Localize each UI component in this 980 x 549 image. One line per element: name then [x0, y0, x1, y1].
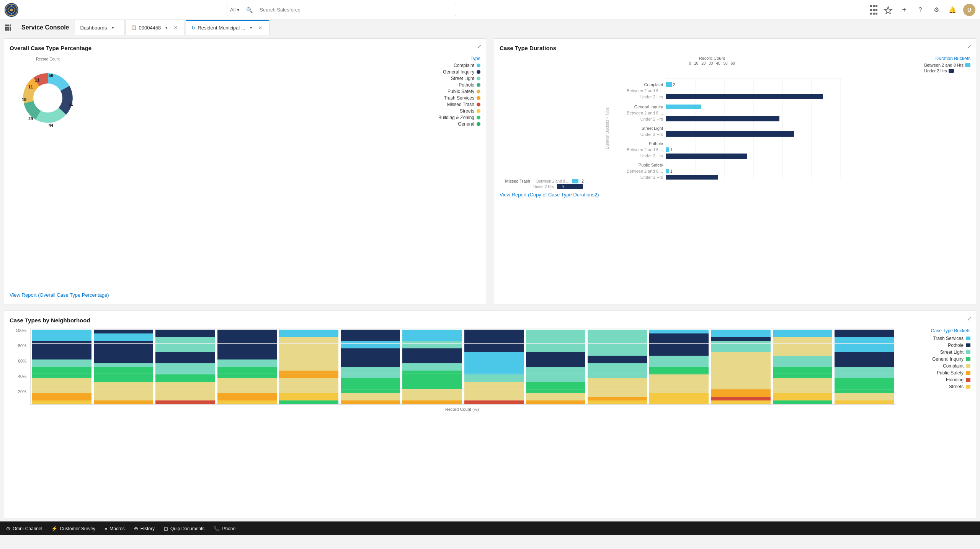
- bar-neighborhood-6: [341, 330, 400, 404]
- neigh-trash-label: Trash Services: [933, 336, 964, 341]
- panel-case-type-durations: Case Type Durations ⤢ Record Count 01020…: [493, 38, 977, 304]
- nav-history[interactable]: ⊕ History: [134, 526, 155, 531]
- legend-missed-trash: Missed Trash: [92, 102, 480, 107]
- tab-dashboards[interactable]: Dashboards ▾: [75, 20, 124, 35]
- customer-survey-label: Customer Survey: [60, 526, 95, 531]
- dashboard-grid: Overall Case Type Percentage ⤢ Record Co…: [0, 35, 980, 521]
- svg-text:Record Count: Record Count: [36, 57, 60, 61]
- legend-building-zoning-dot: [477, 116, 480, 119]
- bar-neighborhood-1: [32, 330, 91, 404]
- nav-quip-documents[interactable]: ◻ Quip Documents: [164, 526, 204, 531]
- omni-channel-icon: ⊙: [6, 526, 10, 531]
- chevron-down-icon: ▾: [237, 7, 240, 13]
- svg-text:11: 11: [35, 78, 39, 82]
- y-axis: 100% 80% 60% 40% 20%: [10, 328, 29, 405]
- expand-neighborhood-icon[interactable]: ⤢: [967, 315, 972, 322]
- settings-icon[interactable]: ⚙: [931, 5, 942, 15]
- expand-icon[interactable]: ⤢: [477, 43, 482, 49]
- record-count-label: Record Count: [689, 56, 735, 60]
- tab-case-00004458[interactable]: 📋 00004458 ▾ ✕: [125, 20, 185, 35]
- tab-case-label: 00004458: [139, 25, 161, 31]
- neigh-pothole-dot: [966, 343, 970, 347]
- svg-rect-12: [10, 27, 11, 29]
- tab-resident-dropdown-icon[interactable]: ▾: [248, 25, 255, 30]
- favorites-icon[interactable]: [883, 5, 893, 15]
- svg-text:12: 12: [702, 105, 707, 109]
- nav-phone[interactable]: 📞 Phone: [214, 526, 235, 531]
- svg-text:Between 2 and 8 ...: Between 2 and 8 ...: [627, 169, 663, 173]
- view-report-durations[interactable]: View Report (Copy of Case Type Durations…: [500, 192, 970, 198]
- svg-text:2: 2: [673, 83, 675, 87]
- overall-case-type-title: Overall Case Type Percentage: [10, 45, 480, 51]
- bar-complaint-between: [666, 82, 672, 87]
- view-report-overall[interactable]: View Report (Overall Case Type Percentag…: [10, 292, 480, 298]
- nav-macros[interactable]: » Macros: [105, 526, 125, 531]
- svg-point-17: [33, 83, 62, 113]
- neigh-trash-dot: [966, 337, 970, 340]
- legend-general: General: [92, 121, 480, 127]
- svg-text:29: 29: [28, 116, 33, 121]
- legend-between-color: [965, 63, 970, 67]
- legend-between-label: Between 2 and 8 Hrs: [924, 63, 964, 67]
- user-avatar[interactable]: U: [963, 4, 975, 16]
- bar-neighborhood-14: [835, 330, 894, 404]
- search-filter-label: All: [230, 7, 235, 13]
- neigh-legend-street-light: Street Light: [902, 350, 970, 355]
- y-40: 40%: [18, 374, 26, 379]
- tab-bar: Service Console Dashboards ▾ 📋 00004458 …: [0, 20, 980, 35]
- legend-public-safety-label: Public Safety: [448, 89, 474, 94]
- bar-sl-under: [666, 131, 794, 137]
- legend-streets: Streets: [92, 108, 480, 114]
- neigh-street-light-dot: [966, 350, 970, 354]
- donut-legend: Type Complaint General Inquiry Street Li…: [92, 56, 480, 128]
- y-axis-label: Record Count (%): [29, 407, 895, 412]
- legend-pothole-label: Pothole: [459, 82, 474, 88]
- legend-street-light-dot: [477, 77, 480, 80]
- svg-text:Under 2 Hrs: Under 2 Hrs: [640, 132, 663, 137]
- add-icon[interactable]: +: [899, 5, 910, 15]
- svg-rect-15: [10, 29, 11, 31]
- legend-pothole-dot: [477, 83, 480, 87]
- apps-menu-icon[interactable]: [0, 20, 16, 35]
- macros-icon: »: [105, 526, 107, 531]
- legend-under-color: [949, 69, 954, 73]
- bar-neighborhood-8: [464, 330, 524, 404]
- case-type-durations-title: Case Type Durations: [500, 45, 970, 51]
- apps-grid-icon[interactable]: [870, 5, 877, 15]
- search-bar: All ▾ 🔍: [227, 4, 456, 16]
- legend-streets-dot: [477, 109, 480, 113]
- tab-dashboards-label: Dashboards: [80, 25, 107, 31]
- search-input[interactable]: [256, 7, 456, 13]
- main-content: Overall Case Type Percentage ⤢ Record Co…: [0, 35, 980, 535]
- bar-pothole-between: [666, 147, 669, 152]
- tab-case-close-icon[interactable]: ✕: [172, 25, 179, 30]
- phone-icon: 📞: [214, 526, 220, 531]
- search-filter-dropdown[interactable]: All ▾: [227, 4, 243, 16]
- missed-trash-under-row: Under 2 Hrs 9: [533, 184, 970, 189]
- svg-text:Under 2 Hrs: Under 2 Hrs: [640, 117, 663, 121]
- tab-resident-municipal[interactable]: ↻ Resident Municipal ... ▾ ✕: [186, 20, 269, 35]
- neigh-general-inquiry-dot: [966, 357, 970, 361]
- legend-missed-trash-label: Missed Trash: [447, 102, 474, 107]
- neigh-streets-label: Streets: [949, 384, 964, 389]
- svg-text:Between 2 and 8 ...: Between 2 and 8 ...: [627, 147, 663, 152]
- expand-duration-icon[interactable]: ⤢: [967, 43, 972, 49]
- neigh-public-safety-label: Public Safety: [937, 370, 964, 376]
- case-icon: 📋: [131, 25, 137, 30]
- tab-dashboards-dropdown-icon[interactable]: ▾: [109, 25, 116, 30]
- help-icon[interactable]: ?: [915, 5, 926, 15]
- history-icon: ⊕: [134, 526, 138, 531]
- neigh-complaint-label: Complaint: [943, 363, 964, 369]
- nav-customer-survey[interactable]: ⚡ Customer Survey: [51, 526, 95, 531]
- svg-rect-8: [7, 25, 9, 26]
- legend-trash-services-dot: [477, 96, 480, 100]
- tab-case-dropdown-icon[interactable]: ▾: [163, 25, 170, 30]
- nav-omni-channel[interactable]: ⊙ Omni-Channel: [6, 526, 42, 531]
- customer-survey-icon: ⚡: [51, 526, 57, 531]
- notifications-icon[interactable]: 🔔: [947, 5, 958, 15]
- svg-rect-13: [5, 29, 7, 31]
- svg-text:Between 2 and 8 ...: Between 2 and 8 ...: [627, 88, 663, 93]
- svg-rect-7: [5, 25, 7, 26]
- missed-trash-label: Missed Trash: [500, 179, 530, 183]
- tab-resident-close-icon[interactable]: ✕: [257, 25, 264, 31]
